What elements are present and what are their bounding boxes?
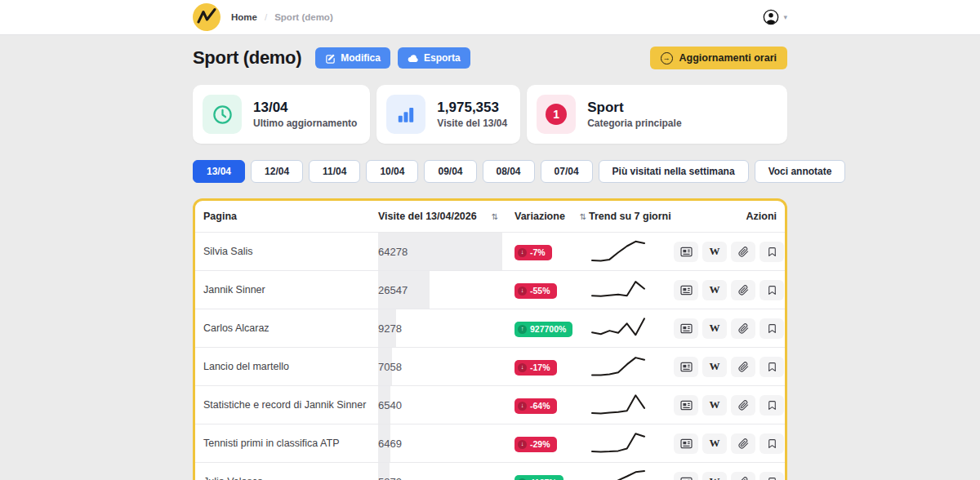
variation-value: -64% xyxy=(530,401,550,411)
page-title: Sport (demo) xyxy=(193,47,301,69)
trend-cell xyxy=(589,313,674,343)
trend-cell xyxy=(589,390,674,420)
variation-arrow-icon: ↓ xyxy=(518,402,527,411)
variation-arrow-icon: ↓ xyxy=(518,363,527,372)
bookmark-icon[interactable] xyxy=(760,357,784,377)
stats-row: 13/04 Ultimo aggiornamento 1,975,353 Vis… xyxy=(193,85,787,144)
actions-cell: W xyxy=(674,280,787,300)
bookmark-icon[interactable] xyxy=(760,472,784,480)
bookmark-icon[interactable] xyxy=(760,242,784,262)
tab-date-12-04[interactable]: 12/04 xyxy=(251,160,303,183)
sort-icon[interactable]: ⇅ xyxy=(580,212,586,221)
link-icon[interactable] xyxy=(731,472,755,480)
breadcrumb-separator: / xyxy=(265,12,267,22)
wikipedia-glyph: W xyxy=(710,245,720,258)
page-name[interactable]: Jannik Sinner xyxy=(195,284,378,296)
news-icon[interactable] xyxy=(674,357,698,377)
wikipedia-icon[interactable]: W xyxy=(702,472,727,480)
breadcrumb-home-link[interactable]: Home xyxy=(231,12,257,22)
variation-arrow-icon: ↑ xyxy=(518,325,527,334)
tab-date-11-04[interactable]: 11/04 xyxy=(309,160,360,183)
aggiornamenti-orari-button[interactable]: → Aggiornamenti orari xyxy=(650,47,787,69)
wikipedia-glyph: W xyxy=(710,283,720,296)
variation-value: -29% xyxy=(530,439,550,449)
wikipedia-icon[interactable]: W xyxy=(702,395,727,416)
breadcrumb-current: Sport (demo) xyxy=(274,12,333,22)
wikipedia-icon[interactable]: W xyxy=(702,242,727,262)
actions-cell: W xyxy=(674,357,787,377)
variation-value: -17% xyxy=(530,362,550,372)
tab-date-07-04[interactable]: 07/04 xyxy=(541,160,593,183)
trend-cell xyxy=(589,429,674,458)
news-icon[interactable] xyxy=(674,242,698,262)
bookmark-icon[interactable] xyxy=(760,433,784,454)
top-navbar: Home / Sport (demo) ▾ xyxy=(0,0,980,35)
page-name[interactable]: Statistiche e record di Jannik Sinner xyxy=(195,399,378,411)
link-icon[interactable] xyxy=(731,318,755,339)
app-logo-icon[interactable] xyxy=(193,3,220,31)
visits-value: 26547 xyxy=(378,284,408,296)
stat-card-category: 1 Sport Categoria principale xyxy=(527,85,787,144)
bookmark-icon[interactable] xyxy=(760,318,784,339)
modifica-button[interactable]: Modifica xyxy=(315,47,390,69)
wikipedia-icon[interactable]: W xyxy=(702,280,727,300)
tab-date-09-04[interactable]: 09/04 xyxy=(424,160,476,183)
news-icon[interactable] xyxy=(674,280,698,300)
tab-annotated-entries[interactable]: Voci annotate xyxy=(755,160,846,183)
link-icon[interactable] xyxy=(731,433,755,454)
arrow-right-icon: → xyxy=(661,52,673,64)
news-icon[interactable] xyxy=(674,318,698,339)
variation-cell: ↑ 927700% xyxy=(514,319,589,336)
news-icon[interactable] xyxy=(674,395,698,416)
visits-value: 9278 xyxy=(378,322,402,335)
actions-cell: W xyxy=(674,433,787,454)
link-icon[interactable] xyxy=(731,357,755,377)
rank-1-icon: 1 xyxy=(537,95,576,134)
bar-chart-icon xyxy=(386,95,425,134)
page-name[interactable]: Tennisti primi in classifica ATP xyxy=(195,438,378,449)
link-icon[interactable] xyxy=(731,395,755,416)
user-avatar-icon[interactable] xyxy=(763,9,779,25)
actions-cell: W xyxy=(674,318,787,339)
variation-badge: ↓ -55% xyxy=(514,283,557,299)
page-name[interactable]: Silvia Salis xyxy=(195,246,378,257)
page-name[interactable]: Carlos Alcaraz xyxy=(195,322,378,334)
page-name[interactable]: Julio Velasco xyxy=(195,476,378,480)
trend-cell xyxy=(589,352,674,381)
esporta-button[interactable]: Esporta xyxy=(398,47,470,69)
visits-cell: 6540 xyxy=(378,386,514,424)
tab-date-13-04[interactable]: 13/04 xyxy=(193,160,245,183)
tab-most-visited-week[interactable]: Più visitati nella settimana xyxy=(599,160,749,183)
variation-value: -55% xyxy=(530,286,550,296)
actions-cell: W xyxy=(674,472,787,480)
tab-date-08-04[interactable]: 08/04 xyxy=(483,160,535,183)
visits-value: 64278 xyxy=(378,246,408,258)
visits-value: 5872 xyxy=(378,476,402,480)
visits-cell: 64278 xyxy=(378,233,514,270)
edit-icon xyxy=(325,53,336,64)
link-icon[interactable] xyxy=(731,242,755,262)
actions-cell: W xyxy=(674,395,787,416)
wikipedia-icon[interactable]: W xyxy=(702,357,727,377)
link-icon[interactable] xyxy=(731,280,755,300)
table-row: Carlos Alcaraz 9278 ↑ 927700% xyxy=(195,309,785,347)
wikipedia-icon[interactable]: W xyxy=(702,318,727,339)
bookmark-icon[interactable] xyxy=(760,280,784,300)
user-menu[interactable]: ▾ xyxy=(763,9,787,25)
variation-badge: ↑ 4187% xyxy=(514,475,564,480)
news-icon[interactable] xyxy=(674,433,698,454)
page-name[interactable]: Lancio del martello xyxy=(195,361,378,372)
tab-date-10-04[interactable]: 10/04 xyxy=(366,160,418,183)
visits-value: 6540 xyxy=(378,399,402,411)
table-row: Statistiche e record di Jannik Sinner 65… xyxy=(195,385,785,424)
news-icon[interactable] xyxy=(674,472,698,480)
wikipedia-glyph: W xyxy=(710,475,720,480)
sort-icon[interactable]: ⇅ xyxy=(492,212,498,221)
bookmark-icon[interactable] xyxy=(760,395,784,416)
visits-cell: 7058 xyxy=(378,348,514,385)
wikipedia-icon[interactable]: W xyxy=(702,433,727,454)
table-row: Tennisti primi in classifica ATP 6469 ↓ … xyxy=(195,424,785,462)
column-header-trend: Trend su 7 giorni xyxy=(589,211,674,222)
variation-cell: ↓ -29% xyxy=(514,434,589,451)
table-row: Lancio del martello 7058 ↓ -17% xyxy=(195,347,785,385)
